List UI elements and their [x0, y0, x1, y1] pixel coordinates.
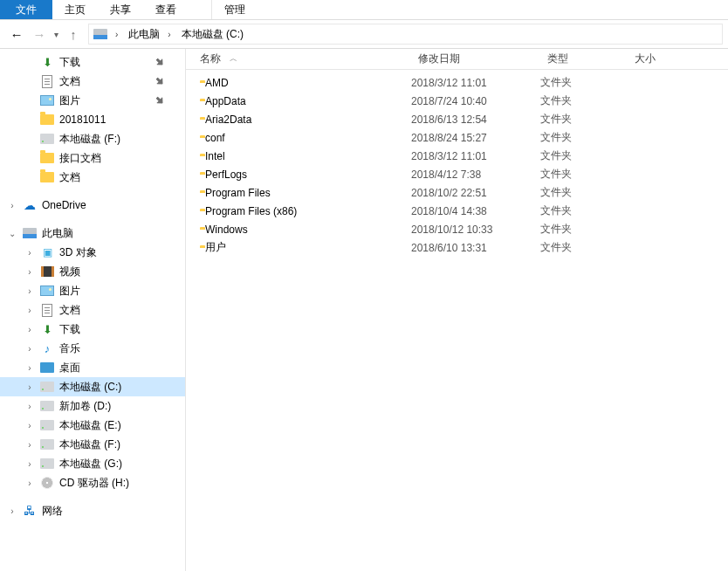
file-row[interactable]: PerfLogs2018/4/12 7:38文件夹: [186, 165, 728, 183]
folder-icon: [40, 151, 54, 165]
nav-up-button[interactable]: ↑: [62, 23, 85, 45]
quick-access-item[interactable]: 文档: [0, 72, 185, 91]
tree-item-label: 文档: [59, 74, 80, 89]
quick-access-item[interactable]: 20181011: [0, 110, 185, 129]
thispc-child[interactable]: ›本地磁盘 (C:): [0, 377, 185, 396]
expand-icon[interactable]: ›: [24, 344, 35, 354]
thispc-child[interactable]: ›新加卷 (D:): [0, 396, 185, 416]
drive-icon: [40, 399, 54, 413]
pictures-icon: [40, 284, 54, 298]
column-size[interactable]: 大小: [628, 52, 728, 66]
file-row[interactable]: 用户2018/6/10 13:31文件夹: [186, 238, 728, 257]
tree-item-label: 本地磁盘 (E:): [59, 418, 121, 433]
download-icon: ⬇: [40, 55, 54, 69]
breadcrumb-root[interactable]: ›: [91, 29, 126, 39]
file-row[interactable]: Program Files2018/10/2 22:51文件夹: [186, 183, 728, 202]
file-row[interactable]: AppData2018/7/24 10:40文件夹: [186, 92, 728, 110]
file-name: PerfLogs: [205, 169, 247, 181]
expand-icon[interactable]: ›: [24, 382, 35, 392]
cloud-icon: ☁: [23, 198, 37, 212]
address-bar[interactable]: › 此电脑› 本地磁盘 (C:): [88, 24, 723, 45]
thispc-child[interactable]: ›⬇下载: [0, 320, 185, 339]
thispc-child[interactable]: ›视频: [0, 262, 185, 281]
thispc-child[interactable]: ›图片: [0, 281, 185, 300]
quick-access-item[interactable]: 图片: [0, 91, 185, 110]
nav-history-dropdown[interactable]: ▾: [51, 30, 62, 39]
file-type: 文件夹: [540, 240, 628, 255]
thispc-child[interactable]: ›CD 驱动器 (H:): [0, 473, 185, 492]
tab-share[interactable]: 共享: [98, 0, 143, 19]
expand-icon[interactable]: ›: [24, 478, 35, 488]
quick-access-item[interactable]: 文档: [0, 168, 185, 187]
tree-item-label: 下载: [59, 55, 80, 70]
column-type[interactable]: 类型: [540, 52, 628, 66]
tree-item-label: 本地磁盘 (G:): [59, 457, 122, 471]
file-row[interactable]: AMD2018/3/12 11:01文件夹: [186, 73, 728, 92]
tree-item-label: 文档: [59, 170, 80, 185]
expand-icon[interactable]: ›: [24, 286, 35, 296]
expand-icon[interactable]: ›: [24, 325, 35, 334]
file-date: 2018/3/12 11:01: [411, 77, 540, 89]
drive-icon: [40, 380, 54, 394]
navigation-bar: ← → ▾ ↑ › 此电脑› 本地磁盘 (C:): [0, 20, 728, 49]
drive-icon: [40, 437, 54, 451]
expand-icon[interactable]: ›: [24, 306, 35, 315]
expand-icon[interactable]: ›: [24, 267, 35, 277]
thispc-child[interactable]: ›▣3D 对象: [0, 243, 185, 262]
tree-item-label: 20181011: [59, 114, 106, 126]
thispc-child[interactable]: ›桌面: [0, 358, 185, 377]
expand-icon[interactable]: ›: [24, 421, 35, 430]
tree-item-label: 图片: [59, 284, 80, 299]
file-type: 文件夹: [540, 75, 628, 90]
nav-back-button[interactable]: ←: [5, 23, 28, 45]
file-row[interactable]: Aria2Data2018/6/13 12:54文件夹: [186, 110, 728, 128]
cd-icon: [40, 476, 54, 490]
sidebar-this-pc[interactable]: ⌄此电脑: [0, 224, 185, 243]
folder-icon: [40, 113, 54, 127]
quick-access-item[interactable]: ⬇下载: [0, 52, 185, 72]
expand-icon[interactable]: ›: [7, 201, 17, 210]
sidebar-network[interactable]: ›🖧网络: [0, 501, 185, 520]
expand-icon[interactable]: ›: [24, 248, 35, 258]
tab-home[interactable]: 主页: [52, 0, 98, 19]
column-date[interactable]: 修改日期: [411, 52, 540, 66]
file-row[interactable]: conf2018/8/24 15:27文件夹: [186, 128, 728, 147]
quick-access-item[interactable]: 接口文档: [0, 148, 185, 168]
document-icon: [40, 74, 54, 88]
file-type: 文件夹: [540, 148, 628, 163]
quick-access-item[interactable]: 本地磁盘 (F:): [0, 129, 185, 148]
sidebar-onedrive[interactable]: ›☁OneDrive: [0, 196, 185, 215]
expand-icon[interactable]: ›: [24, 363, 35, 373]
tree-item-label: OneDrive: [42, 199, 86, 211]
thispc-child[interactable]: ›本地磁盘 (G:): [0, 454, 185, 473]
tree-item-label: 网络: [42, 504, 63, 519]
expand-icon[interactable]: ›: [24, 440, 35, 450]
column-name[interactable]: 名称 ︿: [186, 52, 411, 66]
file-row[interactable]: Program Files (x86)2018/10/4 14:38文件夹: [186, 202, 728, 220]
tree-item-label: 图片: [59, 93, 80, 108]
breadcrumb-item-drive-c[interactable]: 本地磁盘 (C:): [179, 27, 246, 42]
pc-icon: [23, 226, 37, 240]
file-date: 2018/10/4 14:38: [411, 205, 540, 217]
file-row[interactable]: Windows2018/10/12 10:33文件夹: [186, 220, 728, 238]
file-date: 2018/10/2 22:51: [411, 187, 540, 199]
breadcrumb-item-thispc[interactable]: 此电脑›: [126, 27, 178, 42]
thispc-child[interactable]: ›本地磁盘 (E:): [0, 416, 185, 435]
expand-icon[interactable]: ›: [24, 402, 35, 411]
file-name: 用户: [205, 240, 226, 255]
tree-item-label: CD 驱动器 (H:): [59, 476, 129, 491]
expand-icon[interactable]: ›: [7, 506, 17, 516]
thispc-child[interactable]: ›♪音乐: [0, 339, 185, 358]
file-name: Program Files: [205, 187, 271, 199]
expand-icon[interactable]: ⌄: [7, 229, 17, 238]
file-name: Windows: [205, 224, 248, 236]
thispc-child[interactable]: ›本地磁盘 (F:): [0, 435, 185, 454]
tab-view[interactable]: 查看: [143, 0, 189, 19]
tab-manage[interactable]: 管理: [211, 0, 258, 19]
tab-file[interactable]: 文件: [0, 0, 52, 19]
expand-icon[interactable]: ›: [24, 459, 35, 469]
tree-item-label: 桌面: [59, 361, 80, 375]
nav-forward-button[interactable]: →: [28, 23, 51, 45]
file-row[interactable]: Intel2018/3/12 11:01文件夹: [186, 147, 728, 165]
thispc-child[interactable]: ›文档: [0, 300, 185, 320]
